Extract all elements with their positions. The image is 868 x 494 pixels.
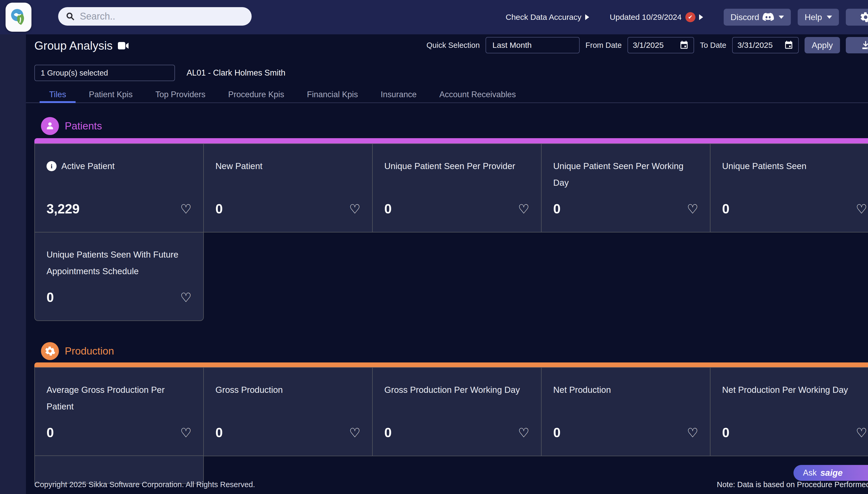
patients-section-title: Patients <box>65 120 102 132</box>
from-date-input[interactable]: 3/1/2025 <box>627 37 694 53</box>
kpi-tile-partial <box>34 455 204 484</box>
kpi-tile-net-production: Net Production 0 ♡ <box>541 367 710 456</box>
page-title: Group Analysis <box>34 39 113 52</box>
kpi-tile-unique-patient-seen-per-working-day: Unique Patient Seen Per Working Day 0 ♡ <box>541 144 710 232</box>
app-logo[interactable] <box>5 3 32 32</box>
quick-selection-select[interactable]: Last Month <box>485 37 580 53</box>
kpi-tile-active-patient: i Active Patient 3,229 ♡ <box>34 144 204 232</box>
kpi-value: 0 <box>216 201 223 216</box>
calendar-icon[interactable] <box>784 40 793 50</box>
tab-insurance[interactable]: Insurance <box>371 87 426 102</box>
tab-top-providers[interactable]: Top Providers <box>146 87 215 102</box>
check-data-accuracy-link[interactable]: Check Data Accuracy <box>506 13 589 22</box>
production-section-badge <box>41 342 59 360</box>
discord-button[interactable]: Discord <box>724 9 791 26</box>
collapsed-sidebar <box>0 34 26 494</box>
production-section-header: Production <box>41 342 114 360</box>
favorite-heart-icon[interactable]: ♡ <box>687 203 698 215</box>
favorite-heart-icon[interactable]: ♡ <box>518 203 530 215</box>
favorite-heart-icon[interactable]: ♡ <box>518 426 530 439</box>
help-button[interactable]: Help <box>798 9 839 26</box>
favorite-heart-icon[interactable]: ♡ <box>180 291 192 304</box>
caret-right-icon <box>699 14 703 20</box>
production-section-title: Production <box>65 345 114 357</box>
discord-icon <box>762 13 774 22</box>
kpi-tile-net-production-per-working-day: Net Production Per Working Day 0 ♡ <box>710 367 868 456</box>
kpi-value: 0 <box>553 425 560 440</box>
kpi-value: 0 <box>722 425 730 440</box>
favorite-heart-icon[interactable]: ♡ <box>856 203 867 215</box>
copyright-text: Copyright 2025 Sikka Software Corporatio… <box>34 480 255 489</box>
caret-down-icon <box>827 16 832 19</box>
group-select[interactable]: 1 Group(s) selected <box>34 65 175 81</box>
production-accent-bar <box>34 362 868 368</box>
settings-button[interactable] <box>846 9 868 26</box>
topbar: Check Data Accuracy Updated 10/29/2024 ✔… <box>0 0 868 34</box>
global-search <box>58 7 252 26</box>
caret-right-icon <box>585 14 589 20</box>
favorite-heart-icon[interactable]: ♡ <box>856 426 867 439</box>
tab-financial-kpis[interactable]: Financial Kpis <box>297 87 367 102</box>
apply-button[interactable]: Apply <box>805 37 840 53</box>
kpi-value: 0 <box>384 201 392 216</box>
kpi-tile-average-gross-production-per-patient: Average Gross Production Per Patient 0 ♡ <box>34 367 204 456</box>
kpi-value: 0 <box>553 201 560 216</box>
kpi-tile-gross-production: Gross Production 0 ♡ <box>203 367 373 456</box>
kpi-value: 3,229 <box>47 201 79 216</box>
download-icon <box>860 40 868 51</box>
tab-bar: Tiles Patient Kpis Top Providers Procedu… <box>26 85 868 103</box>
kpi-value: 0 <box>216 425 223 440</box>
favorite-heart-icon[interactable]: ♡ <box>349 426 361 439</box>
sikka-logo-icon <box>10 8 27 26</box>
tab-patient-kpis[interactable]: Patient Kpis <box>79 87 142 102</box>
caret-down-icon <box>779 16 784 19</box>
favorite-heart-icon[interactable]: ♡ <box>180 426 192 439</box>
patients-section-header: Patients <box>41 117 102 135</box>
updated-status[interactable]: Updated 10/29/2024 ✔ <box>610 12 703 22</box>
quick-selection-label: Quick Selection <box>427 41 480 50</box>
updated-check-badge-icon: ✔ <box>685 12 696 22</box>
kpi-tile-new-patient: New Patient 0 ♡ <box>203 144 373 232</box>
data-note-text: Note: Data is based on Procedure Perform… <box>717 480 868 489</box>
kpi-tile-unique-patients-seen: Unique Patients Seen 0 ♡ <box>710 144 868 232</box>
kpi-value: 0 <box>47 425 54 440</box>
to-date-input[interactable]: 3/31/2025 <box>732 37 799 53</box>
ask-saige-button[interactable]: Ask saige <box>793 465 868 481</box>
selected-group-name: AL01 - Clark Holmes Smith <box>187 68 285 78</box>
favorite-heart-icon[interactable]: ♡ <box>687 426 698 439</box>
kpi-value: 0 <box>47 290 54 305</box>
search-icon <box>66 12 75 21</box>
patients-section-badge <box>41 117 59 135</box>
from-date-label: From Date <box>586 41 622 50</box>
kpi-value: 0 <box>722 201 730 216</box>
to-date-label: To Date <box>700 41 726 50</box>
favorite-heart-icon[interactable]: ♡ <box>349 203 361 215</box>
kpi-value: 0 <box>384 425 392 440</box>
gear-icon <box>860 11 868 23</box>
saige-logo: saige <box>820 468 843 478</box>
gear-icon <box>44 345 56 357</box>
patients-accent-bar <box>34 138 868 144</box>
video-camera-icon[interactable] <box>118 41 129 50</box>
kpi-tile-unique-patient-seen-per-provider: Unique Patient Seen Per Provider 0 ♡ <box>372 144 541 232</box>
tab-procedure-kpis[interactable]: Procedure Kpis <box>219 87 294 102</box>
info-icon[interactable]: i <box>47 161 57 171</box>
search-input[interactable] <box>80 11 244 22</box>
tab-tiles[interactable]: Tiles <box>40 87 76 102</box>
tab-account-receivables[interactable]: Account Receivables <box>430 87 525 102</box>
kpi-tile-gross-production-per-working-day: Gross Production Per Working Day 0 ♡ <box>372 367 541 456</box>
kpi-tile-unique-patients-future-appointments: Unique Patients Seen With Future Appoint… <box>34 232 204 321</box>
person-icon <box>45 121 55 131</box>
calendar-icon[interactable] <box>679 40 689 50</box>
download-button[interactable] <box>846 37 868 53</box>
favorite-heart-icon[interactable]: ♡ <box>180 203 192 215</box>
